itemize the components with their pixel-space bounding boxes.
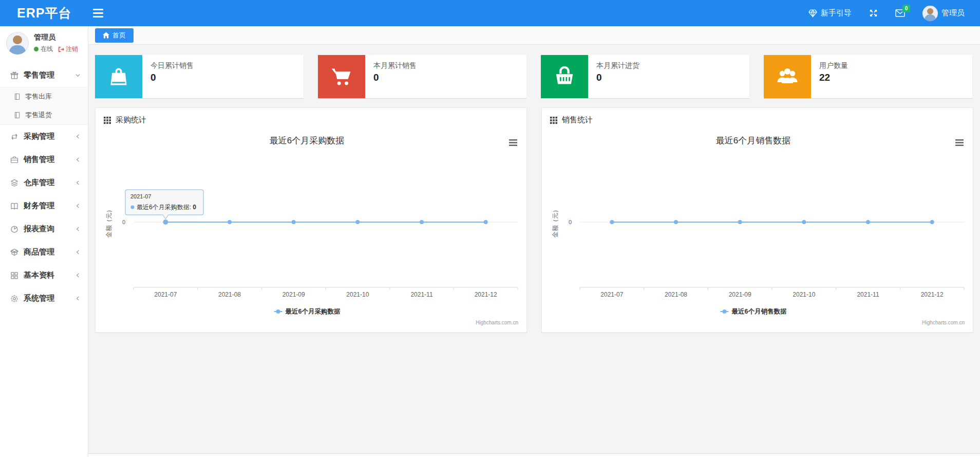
user-menu[interactable]: 管理员 — [922, 6, 965, 21]
file-icon — [14, 93, 21, 100]
sidebar-item-retail[interactable]: 零售管理 — [0, 64, 88, 87]
svg-text:最近6个月销售数据: 最近6个月销售数据 — [731, 308, 787, 315]
svg-text:最近6个月采购数据: 最近6个月采购数据 — [270, 136, 344, 145]
chevron-left-icon — [75, 272, 81, 278]
stat-value: 0 — [373, 72, 417, 83]
stat-card-month-sales[interactable]: 本月累计销售 0 — [318, 55, 526, 98]
highcharts-credit[interactable]: Highcharts.com.cn — [922, 320, 965, 325]
sidebar-item-goods[interactable]: 商品管理 — [0, 241, 88, 264]
panel-header: 采购统计 — [96, 108, 526, 128]
stat-value: 22 — [819, 72, 848, 83]
panel-title: 采购统计 — [116, 115, 146, 125]
svg-text:最近6个月采购数据: 0: 最近6个月采购数据: 0 — [137, 204, 196, 211]
box-icon — [10, 248, 18, 257]
chevron-left-icon — [75, 203, 81, 209]
stat-card-month-purchase[interactable]: 本月累计进货 0 — [541, 55, 749, 98]
sidebar-item-retail-outbound[interactable]: 零售出库 — [0, 87, 88, 106]
logout-link[interactable]: 注销 — [58, 45, 78, 53]
svg-text:0: 0 — [569, 219, 572, 225]
sidebar-item-warehouse[interactable]: 仓库管理 — [0, 171, 88, 194]
file-icon — [14, 112, 21, 119]
gem-icon — [808, 9, 817, 17]
chart-export-menu-icon[interactable] — [955, 139, 964, 146]
chart-svg: 最近6个月采购数据金额（元）02021-072021-082021-092021… — [96, 128, 526, 328]
stat-cards-row: 今日累计销售 0 本月累计销售 0 — [95, 55, 973, 98]
briefcase-icon — [10, 156, 18, 164]
chevron-left-icon — [75, 134, 81, 139]
shopping-basket-icon — [541, 55, 588, 98]
svg-text:2021-09: 2021-09 — [282, 291, 305, 298]
svg-text:最近6个月销售数据: 最近6个月销售数据 — [716, 136, 790, 145]
svg-text:0: 0 — [122, 219, 125, 225]
fullscreen-icon — [869, 9, 878, 17]
sidebar-menu: 零售管理 零售出库 零售退货 — [0, 64, 88, 310]
sidebar-item-retail-return[interactable]: 零售退货 — [0, 106, 88, 124]
sidebar: 管理员 在线 注销 零售管理 — [0, 26, 88, 457]
app-title: ERP平台 — [0, 5, 71, 22]
stat-card-user-count[interactable]: 用户数量 22 — [764, 55, 972, 98]
sidebar-user-name: 管理员 — [34, 33, 78, 42]
svg-text:2021-08: 2021-08 — [665, 291, 687, 298]
guide-label: 新手引导 — [821, 8, 852, 18]
top-navbar: ERP平台 新手引导 — [0, 0, 980, 26]
purchase-stats-panel: 采购统计 最近6个月采购数据金额（元）02021-072021-082021-0… — [95, 107, 527, 333]
tab-bar: 首页 — [88, 26, 980, 45]
online-status-label: 在线 — [41, 45, 53, 53]
svg-text:2021-10: 2021-10 — [346, 291, 369, 298]
sidebar-item-finance[interactable]: 财务管理 — [0, 194, 88, 217]
chart-svg: 最近6个月销售数据金额（元）02021-072021-082021-092021… — [542, 128, 973, 328]
stat-value: 0 — [150, 72, 194, 83]
online-status-dot — [34, 47, 39, 51]
svg-text:2021-12: 2021-12 — [475, 291, 497, 298]
mail-count-badge: 0 — [902, 5, 910, 12]
stat-label: 用户数量 — [819, 61, 848, 70]
stat-label: 本月累计销售 — [373, 61, 417, 70]
svg-text:2021-08: 2021-08 — [218, 291, 241, 298]
chevron-left-icon — [75, 226, 81, 232]
shopping-bag-icon — [95, 55, 142, 98]
tab-home[interactable]: 首页 — [95, 28, 134, 43]
user-label: 管理员 — [941, 8, 965, 18]
svg-text:2021-09: 2021-09 — [729, 291, 751, 298]
avatar — [6, 32, 29, 54]
messages-button[interactable]: 0 — [895, 9, 905, 17]
users-icon — [764, 55, 811, 98]
chart-legend-item[interactable]: 最近6个月销售数据 — [721, 308, 787, 315]
sidebar-item-purchase[interactable]: 采购管理 — [0, 125, 88, 148]
sidebar-item-reports[interactable]: 报表查询 — [0, 217, 88, 241]
chart-legend-item[interactable]: 最近6个月采购数据 — [274, 308, 341, 315]
main-area: 首页 今日累计销售 0 — [88, 26, 980, 457]
stat-card-today-sales[interactable]: 今日累计销售 0 — [95, 55, 304, 98]
book-icon — [10, 202, 18, 210]
sales-chart: 最近6个月销售数据金额（元）02021-072021-082021-092021… — [542, 128, 973, 331]
svg-text:2021-07: 2021-07 — [130, 193, 151, 199]
svg-text:2021-11: 2021-11 — [857, 291, 879, 298]
footer-strip — [88, 453, 980, 457]
fullscreen-button[interactable] — [869, 9, 878, 17]
stat-value: 0 — [596, 72, 639, 83]
highcharts-credit[interactable]: Highcharts.com.cn — [476, 320, 518, 325]
svg-text:2021-07: 2021-07 — [600, 291, 623, 298]
sign-out-icon — [58, 46, 64, 52]
retail-submenu: 零售出库 零售退货 — [0, 87, 88, 125]
sidebar-toggle-icon[interactable] — [93, 9, 103, 17]
gear-icon — [10, 295, 18, 303]
chart-export-menu-icon[interactable] — [509, 139, 517, 146]
stat-label: 本月累计进货 — [596, 61, 639, 70]
svg-text:2021-10: 2021-10 — [793, 291, 815, 298]
user-panel: 管理员 在线 注销 — [0, 26, 88, 60]
avatar — [922, 6, 938, 21]
guide-button[interactable]: 新手引导 — [808, 8, 852, 18]
panel-title: 销售统计 — [562, 115, 593, 125]
chevron-left-icon — [75, 249, 81, 255]
chevron-down-icon — [75, 72, 81, 78]
sidebar-item-basic-data[interactable]: 基本资料 — [0, 264, 88, 287]
th-grid-icon — [550, 117, 557, 124]
stat-label: 今日累计销售 — [150, 61, 194, 70]
gift-icon — [10, 71, 18, 80]
chart-panels-row: 采购统计 最近6个月采购数据金额（元）02021-072021-082021-0… — [95, 107, 973, 333]
chevron-left-icon — [75, 180, 81, 186]
sidebar-item-system[interactable]: 系统管理 — [0, 287, 88, 310]
svg-text:2021-12: 2021-12 — [921, 291, 944, 298]
sidebar-item-sales[interactable]: 销售管理 — [0, 148, 88, 171]
